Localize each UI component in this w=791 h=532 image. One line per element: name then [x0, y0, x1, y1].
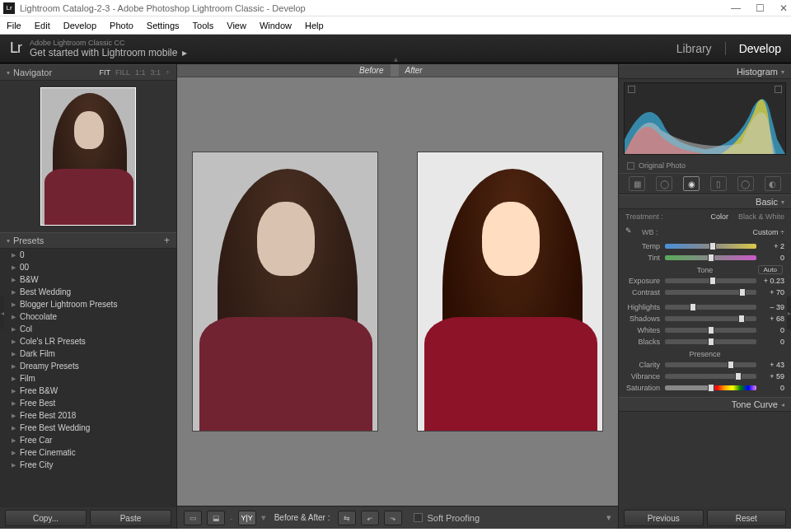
menu-photo[interactable]: Photo — [110, 21, 133, 30]
paste-button[interactable]: Paste — [90, 510, 171, 526]
slider-track[interactable] — [665, 305, 756, 310]
close-icon[interactable]: ✕ — [779, 2, 788, 14]
slider-knob[interactable] — [739, 288, 746, 296]
menu-file[interactable]: File — [7, 21, 21, 30]
treatment-color[interactable]: Color — [710, 212, 728, 221]
basic-title: Basic — [756, 197, 778, 207]
clip-shadows-icon[interactable] — [628, 86, 635, 93]
menu-window[interactable]: Window — [260, 21, 292, 30]
maximize-icon[interactable]: ☐ — [756, 2, 765, 14]
module-library[interactable]: Library — [676, 42, 712, 55]
preset-item[interactable]: ▶B&W — [0, 273, 176, 286]
preset-item[interactable]: ▶Dreamy Presets — [0, 360, 176, 372]
basic-header[interactable]: Basic ▾ — [619, 194, 791, 209]
reset-button[interactable]: Reset — [707, 510, 787, 526]
eyedropper-icon[interactable]: ✎ — [625, 226, 637, 238]
preset-item[interactable]: ▶Film — [0, 372, 176, 385]
module-develop[interactable]: Develop — [739, 42, 781, 55]
slider-knob[interactable] — [728, 361, 734, 369]
swap-icon[interactable]: ⇆ — [338, 511, 356, 525]
before-after-lr-icon[interactable]: Y|Y — [238, 511, 256, 525]
preset-item[interactable]: ▶Free Best — [0, 397, 176, 409]
preset-item[interactable]: ▶0 — [0, 249, 176, 261]
slider-track[interactable] — [665, 328, 756, 333]
slider-track[interactable] — [665, 244, 756, 249]
nav-fill[interactable]: FILL — [115, 68, 130, 77]
histogram[interactable] — [624, 82, 786, 155]
preset-item[interactable]: ▶Dark Film — [0, 348, 176, 360]
wb-select[interactable]: Custom ÷ — [753, 228, 784, 236]
brush-tool-icon[interactable]: ◐ — [765, 176, 781, 191]
preset-item[interactable]: ▶Free City — [0, 459, 176, 471]
menu-develop[interactable]: Develop — [63, 21, 96, 30]
grad-filter-icon[interactable]: ▯ — [710, 176, 727, 191]
presets-header[interactable]: ▾ Presets + — [0, 232, 176, 249]
chevron-up-icon[interactable]: ▴ — [394, 54, 398, 63]
preset-item[interactable]: ▶Free Best Wedding — [0, 422, 176, 434]
menu-help[interactable]: Help — [305, 21, 324, 30]
menu-view[interactable]: View — [227, 21, 246, 30]
auto-button[interactable]: Auto — [758, 265, 783, 274]
slider-knob[interactable] — [708, 338, 714, 346]
nav-fit[interactable]: FIT — [100, 68, 111, 77]
tone-curve-header[interactable]: Tone Curve ◂ — [619, 397, 791, 412]
slider-track[interactable] — [665, 316, 756, 321]
crop-tool-icon[interactable]: ▦ — [629, 176, 645, 191]
preset-item[interactable]: ▶Free Car — [0, 434, 176, 446]
menu-settings[interactable]: Settings — [147, 21, 180, 30]
left-panel-grip[interactable]: ◂ — [0, 296, 4, 329]
slider-track[interactable] — [665, 374, 756, 379]
loupe-view-icon[interactable]: ▭ — [184, 511, 202, 525]
preset-item[interactable]: ▶Free B&W — [0, 385, 176, 397]
slider-knob[interactable] — [690, 303, 696, 311]
slider-knob[interactable] — [709, 277, 716, 285]
slider-track[interactable] — [665, 278, 756, 283]
preset-item[interactable]: ▶Best Wedding — [0, 286, 176, 298]
navigator-header[interactable]: ▾ Navigator FIT FILL 1:1 3:1 ÷ — [0, 64, 176, 81]
slider-knob[interactable] — [708, 384, 714, 392]
preset-item[interactable]: ▶Chocolate — [0, 310, 176, 323]
spot-tool-icon[interactable]: ◯ — [656, 176, 672, 191]
slider-track[interactable] — [665, 290, 756, 295]
chevron-down-icon[interactable]: ÷ — [166, 68, 170, 77]
before-photo[interactable] — [192, 152, 378, 432]
copy-before-icon[interactable]: ⬐ — [361, 511, 379, 525]
slider-knob[interactable] — [738, 315, 745, 323]
menu-tools[interactable]: Tools — [193, 21, 214, 30]
slider-knob[interactable] — [708, 254, 714, 262]
minimize-icon[interactable]: — — [731, 2, 741, 14]
radial-filter-icon[interactable]: ◯ — [737, 176, 754, 191]
right-panel-grip[interactable]: ▸ — [787, 296, 791, 329]
slider-track[interactable] — [665, 255, 756, 260]
slider-knob[interactable] — [708, 326, 714, 334]
after-photo[interactable] — [417, 152, 603, 432]
copy-button[interactable]: Copy... — [5, 510, 87, 526]
preset-item[interactable]: ▶Free Best 2018 — [0, 409, 176, 422]
slider-track[interactable] — [665, 385, 756, 390]
preset-item[interactable]: ▶Blogger Lightroom Presets — [0, 298, 176, 310]
preset-item[interactable]: ▶Cole's LR Presets — [0, 335, 176, 348]
get-started-mobile-link[interactable]: Get started with Lightroom mobile▸ — [30, 47, 187, 58]
preset-item[interactable]: ▶00 — [0, 261, 176, 273]
preset-item[interactable]: ▶Free Cinematic — [0, 446, 176, 459]
slider-knob[interactable] — [735, 372, 742, 380]
menu-edit[interactable]: Edit — [35, 21, 50, 30]
histogram-header[interactable]: Histogram ▾ — [619, 64, 791, 79]
navigator-thumbnail[interactable] — [40, 87, 136, 226]
compare-view-icon[interactable]: ⬓ — [207, 511, 225, 525]
nav-1to1[interactable]: 1:1 — [135, 68, 146, 77]
add-preset-icon[interactable]: + — [164, 235, 170, 246]
nav-3to1[interactable]: 3:1 — [151, 68, 161, 77]
previous-button[interactable]: Previous — [624, 510, 704, 526]
clip-highlights-icon[interactable] — [775, 86, 782, 93]
slider-track[interactable] — [665, 362, 756, 367]
preset-item[interactable]: ▶Col — [0, 323, 176, 335]
copy-after-icon[interactable]: ⬎ — [384, 511, 402, 525]
redeye-tool-icon[interactable]: ◉ — [683, 176, 700, 191]
original-photo-checkbox[interactable] — [627, 162, 634, 170]
slider-knob[interactable] — [709, 242, 716, 250]
toolbar-chevron-icon[interactable]: ▾ — [606, 512, 611, 523]
soft-proofing-checkbox[interactable] — [414, 513, 423, 522]
treatment-bw[interactable]: Black & White — [738, 212, 784, 221]
slider-track[interactable] — [665, 339, 756, 344]
